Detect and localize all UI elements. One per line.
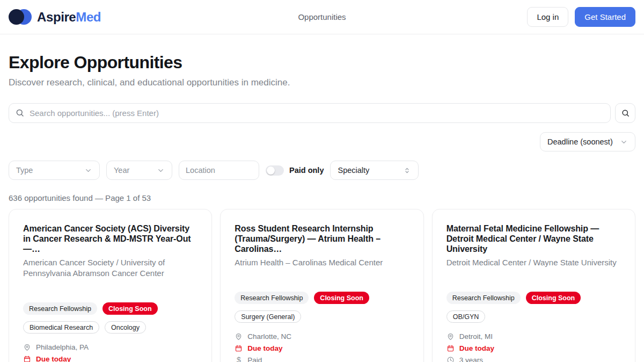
meta-text: Due today xyxy=(247,344,282,352)
card-specialty-row: Surgery (General) xyxy=(235,310,409,323)
specialty-badge: Surgery (General) xyxy=(235,310,301,323)
meta-location-pin-row: Charlotte, NC xyxy=(235,330,409,342)
card-title: Maternal Fetal Medicine Fellowship — Det… xyxy=(447,223,621,254)
meta-calendar-row: Due today xyxy=(447,342,621,354)
type-filter-select[interactable]: Type xyxy=(9,161,100,180)
chevrons-up-down-icon xyxy=(403,166,411,175)
logo[interactable]: AspireMed xyxy=(9,9,101,25)
filters-row: Type Year Paid only Specialty xyxy=(9,161,635,180)
card-organization: Detroit Medical Center / Wayne State Uni… xyxy=(447,257,621,268)
closing-soon-badge: Closing Soon xyxy=(103,302,158,315)
page-subtitle: Discover research, clinical, and educati… xyxy=(9,77,635,88)
card-tag-row: Research FellowshipClosing Soon xyxy=(23,302,197,315)
meta-text: Detroit, MI xyxy=(459,332,493,341)
meta-clock-row: 3 years xyxy=(447,354,621,362)
search-field-wrap xyxy=(9,103,611,123)
main-nav: Opportunities xyxy=(298,12,346,22)
card-title: Ross Student Research Internship (Trauma… xyxy=(235,223,409,254)
meta-text: Charlotte, NC xyxy=(247,332,291,341)
search-icon xyxy=(621,108,630,118)
meta-text: Due today xyxy=(36,355,71,362)
specialty-badge: Biomedical Research xyxy=(23,321,99,334)
brand-icon xyxy=(9,9,32,25)
paid-only-label: Paid only xyxy=(289,166,324,175)
type-badge: Research Fellowship xyxy=(23,302,97,315)
search-submit-button[interactable] xyxy=(615,103,635,123)
card-organization: Atrium Health – Carolinas Medical Center xyxy=(235,257,409,268)
card-tag-row: Research FellowshipClosing Soon xyxy=(235,292,409,304)
card-meta-list: Philadelphia, PADue today$Paid1 year xyxy=(23,341,197,362)
opportunity-card[interactable]: American Cancer Society (ACS) Diversity … xyxy=(9,209,212,362)
login-button[interactable]: Log in xyxy=(527,7,568,27)
sort-row: Deadline (soonest) xyxy=(9,132,635,151)
specialty-badge: Oncology xyxy=(105,321,146,334)
year-filter-select[interactable]: Year xyxy=(106,161,172,180)
toggle-knob xyxy=(267,166,275,175)
dollar-icon: $ xyxy=(235,356,243,362)
location-pin-icon xyxy=(447,332,455,341)
meta-text: Paid xyxy=(247,356,262,362)
chevron-down-icon xyxy=(84,166,92,175)
page-title: Explore Opportunities xyxy=(9,53,635,73)
meta-text: Due today xyxy=(459,344,494,352)
card-tag-row: Research FellowshipClosing Soon xyxy=(447,292,621,304)
meta-text: Philadelphia, PA xyxy=(36,343,89,351)
meta-calendar-row: Due today xyxy=(23,353,197,362)
top-nav: AspireMed Opportunities Log in Get Start… xyxy=(0,0,644,34)
meta-location-pin-row: Philadelphia, PA xyxy=(23,341,197,353)
get-started-button[interactable]: Get Started xyxy=(575,7,635,27)
sort-select[interactable]: Deadline (soonest) xyxy=(540,132,635,151)
card-title: American Cancer Society (ACS) Diversity … xyxy=(23,223,197,254)
opportunity-grid: American Cancer Society (ACS) Diversity … xyxy=(9,209,635,362)
card-organization: American Cancer Society / University of … xyxy=(23,257,197,279)
opportunity-card[interactable]: Ross Student Research Internship (Trauma… xyxy=(220,209,423,362)
closing-soon-badge: Closing Soon xyxy=(314,292,369,304)
opportunity-card[interactable]: Maternal Fetal Medicine Fellowship — Det… xyxy=(432,209,635,362)
calendar-icon xyxy=(447,344,455,352)
card-specialty-row: Biomedical ResearchOncology xyxy=(23,321,197,334)
meta-dollar-row: $Paid xyxy=(235,354,409,362)
specialty-filter-select[interactable]: Specialty xyxy=(330,161,419,180)
clock-icon xyxy=(447,356,455,362)
location-filter-input[interactable] xyxy=(179,161,259,180)
location-pin-icon xyxy=(235,332,243,341)
card-meta-list: Detroit, MIDue today3 years xyxy=(447,330,621,362)
header-actions: Log in Get Started xyxy=(527,7,635,27)
search-row xyxy=(9,103,635,123)
search-input[interactable] xyxy=(9,103,611,123)
meta-text: 3 years xyxy=(459,356,483,362)
nav-opportunities[interactable]: Opportunities xyxy=(298,12,346,21)
chevron-down-icon xyxy=(620,138,628,146)
closing-soon-badge: Closing Soon xyxy=(526,292,581,304)
card-meta-list: Charlotte, NCDue today$Paid9 weeks (summ… xyxy=(235,330,409,362)
meta-location-pin-row: Detroit, MI xyxy=(447,330,621,342)
paid-only-toggle[interactable] xyxy=(266,165,284,176)
brand-wordmark: AspireMed xyxy=(37,10,101,25)
main-content: Explore Opportunities Discover research,… xyxy=(0,53,644,362)
chevron-down-icon xyxy=(157,166,165,175)
calendar-icon xyxy=(23,355,31,362)
specialty-badge: OB/GYN xyxy=(447,310,486,323)
card-specialty-row: OB/GYN xyxy=(447,310,621,323)
meta-calendar-row: Due today xyxy=(235,342,409,354)
type-badge: Research Fellowship xyxy=(447,292,521,304)
results-summary: 636 opportunities found — Page 1 of 53 xyxy=(9,193,635,202)
calendar-icon xyxy=(235,344,243,352)
search-icon xyxy=(15,108,25,118)
location-pin-icon xyxy=(23,343,31,351)
type-badge: Research Fellowship xyxy=(235,292,309,304)
